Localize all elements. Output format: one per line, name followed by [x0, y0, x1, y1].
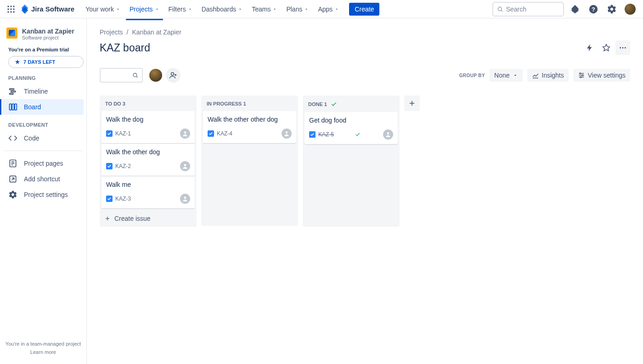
topnav-right: ?	[492, 2, 637, 17]
column-header[interactable]: DONE 1	[303, 95, 400, 112]
view-settings-button[interactable]: View settings	[573, 69, 630, 82]
done-column-check-icon	[331, 101, 337, 107]
chevron-down-icon	[155, 7, 159, 11]
assignee-avatar[interactable]	[383, 129, 393, 140]
issue-card[interactable]: Walk the other other dogKAZ-4	[203, 111, 296, 143]
board-search[interactable]	[100, 68, 143, 83]
column-header[interactable]: IN PROGRESS 1	[201, 95, 298, 111]
issue-title: Walk the other dog	[106, 148, 190, 156]
sidebar-item-timeline[interactable]: Timeline	[3, 84, 84, 99]
sidebar-footer: You're in a team-managed project Learn m…	[3, 341, 84, 360]
assignee-avatar[interactable]	[180, 129, 190, 139]
section-development: DEVELOPMENT	[3, 115, 84, 130]
sidebar-item-add-shortcut[interactable]: Add shortcut	[3, 171, 84, 187]
issue-type-icon	[309, 131, 316, 138]
sidebar-item-label: Board	[24, 103, 41, 111]
more-button[interactable]	[615, 40, 630, 55]
column-header[interactable]: TO DO 3	[100, 95, 197, 111]
footer-learn-more[interactable]: Learn more	[3, 349, 84, 355]
sidebar-item-label: Code	[24, 134, 39, 142]
group-by-select[interactable]: None	[490, 69, 522, 82]
svg-rect-15	[10, 93, 13, 95]
insights-icon	[532, 72, 539, 79]
create-button[interactable]: Create	[349, 3, 379, 16]
svg-rect-16	[10, 104, 11, 110]
issue-card[interactable]: Get dog foodKAZ-5	[305, 112, 398, 144]
insights-button[interactable]: Insights	[527, 69, 569, 82]
nav-item-plans[interactable]: Plans	[282, 3, 312, 16]
sidebar-item-board[interactable]: Board	[3, 99, 84, 115]
project-icon	[6, 28, 17, 39]
svg-point-37	[580, 73, 581, 74]
breadcrumb-separator: /	[127, 28, 129, 36]
help-button[interactable]: ?	[586, 2, 601, 17]
trial-days-pill[interactable]: 7 DAYS LEFT	[8, 56, 84, 68]
global-search-input[interactable]	[506, 6, 559, 13]
board-search-input[interactable]	[104, 72, 132, 79]
svg-rect-5	[13, 8, 15, 10]
nav-item-projects[interactable]: Projects	[126, 3, 163, 16]
assignee-avatar[interactable]	[282, 129, 292, 139]
create-issue-button[interactable]: Create issue	[100, 210, 197, 227]
nav-items: Your workProjectsFiltersDashboardsTeamsP…	[82, 3, 343, 16]
body: Kanban at Zapier Software project You're…	[0, 18, 643, 364]
nav-item-label: Teams	[252, 6, 271, 13]
sidebar-divider	[4, 151, 83, 151]
breadcrumb: Projects / Kanban at Zapier	[100, 28, 630, 36]
board-toolbar: GROUP BY None Insights View settings	[100, 68, 630, 83]
premium-icon	[14, 59, 21, 65]
assignee-avatar[interactable]	[180, 194, 190, 204]
issue-card[interactable]: Walk meKAZ-3	[102, 176, 195, 208]
nav-item-filters[interactable]: Filters	[165, 3, 196, 16]
svg-point-42	[184, 196, 186, 199]
member-avatar[interactable]	[148, 68, 163, 83]
add-shortcut-icon	[8, 174, 17, 184]
gear-icon	[607, 4, 617, 14]
project-header[interactable]: Kanban at Zapier Software project	[3, 26, 84, 42]
app-switcher-button[interactable]	[6, 4, 17, 15]
add-member-button[interactable]	[166, 68, 180, 83]
timeline-icon	[8, 87, 17, 96]
star-button[interactable]	[599, 40, 614, 55]
issue-key: KAZ-4	[217, 130, 232, 137]
bolt-icon	[586, 44, 594, 52]
section-planning: PLANNING	[3, 68, 84, 84]
done-check-icon	[355, 132, 361, 137]
sidebar-item-code[interactable]: Code	[3, 130, 84, 146]
svg-point-29	[133, 73, 137, 77]
insights-label: Insights	[542, 72, 564, 79]
svg-point-38	[582, 75, 583, 76]
global-search[interactable]	[492, 2, 564, 17]
search-icon	[132, 72, 138, 79]
issue-title: Walk me	[106, 181, 190, 188]
nav-item-dashboards[interactable]: Dashboards	[198, 3, 247, 16]
chevron-down-icon	[116, 7, 120, 11]
issue-footer: KAZ-1	[106, 129, 190, 139]
title-row: KAZ board	[100, 40, 630, 55]
breadcrumb-project[interactable]: Kanban at Zapier	[132, 28, 181, 36]
automation-button[interactable]	[582, 40, 597, 55]
svg-rect-17	[12, 104, 14, 110]
breadcrumb-projects[interactable]: Projects	[100, 28, 123, 36]
issue-footer: KAZ-3	[106, 194, 190, 204]
nav-item-label: Filters	[169, 6, 186, 13]
add-column-button[interactable]	[404, 95, 420, 111]
nav-item-apps[interactable]: Apps	[314, 3, 343, 16]
nav-item-teams[interactable]: Teams	[248, 3, 281, 16]
issue-card[interactable]: Walk the other dogKAZ-2	[102, 144, 195, 176]
profile-button[interactable]	[623, 2, 637, 17]
sidebar-item-project-settings[interactable]: Project settings	[3, 187, 84, 202]
notifications-button[interactable]	[568, 2, 582, 17]
assignee-avatar[interactable]	[180, 161, 190, 171]
jira-logo[interactable]: Jira Software	[20, 5, 74, 14]
nav-item-your-work[interactable]: Your work	[82, 3, 124, 16]
chevron-down-icon	[238, 7, 243, 11]
issue-key: KAZ-1	[115, 130, 131, 137]
settings-button[interactable]	[604, 2, 619, 17]
svg-text:?: ?	[592, 6, 595, 12]
sidebar-item-project-pages[interactable]: Project pages	[3, 156, 84, 171]
app-switcher-icon	[7, 5, 15, 13]
svg-point-27	[622, 47, 624, 49]
issue-card[interactable]: Walk the dogKAZ-1	[102, 111, 195, 143]
bell-icon	[570, 4, 580, 14]
